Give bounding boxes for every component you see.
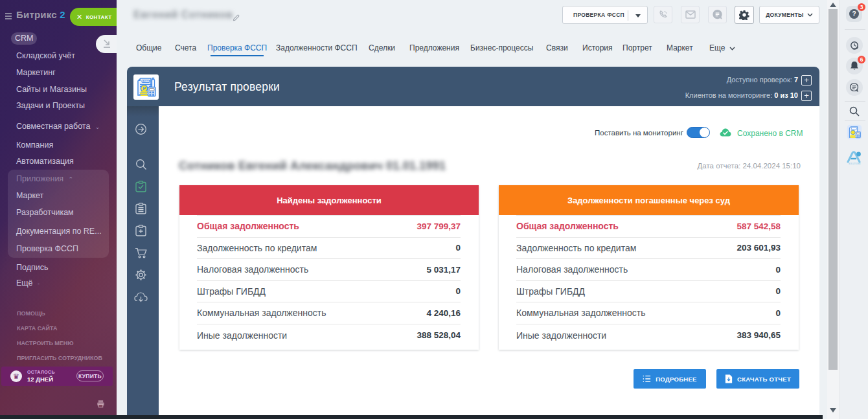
svg-text:ФССП: ФССП <box>143 80 150 83</box>
svg-text:SOLUTIONS: SOLUTIONS <box>849 163 860 165</box>
svg-text:P: P <box>143 86 146 91</box>
